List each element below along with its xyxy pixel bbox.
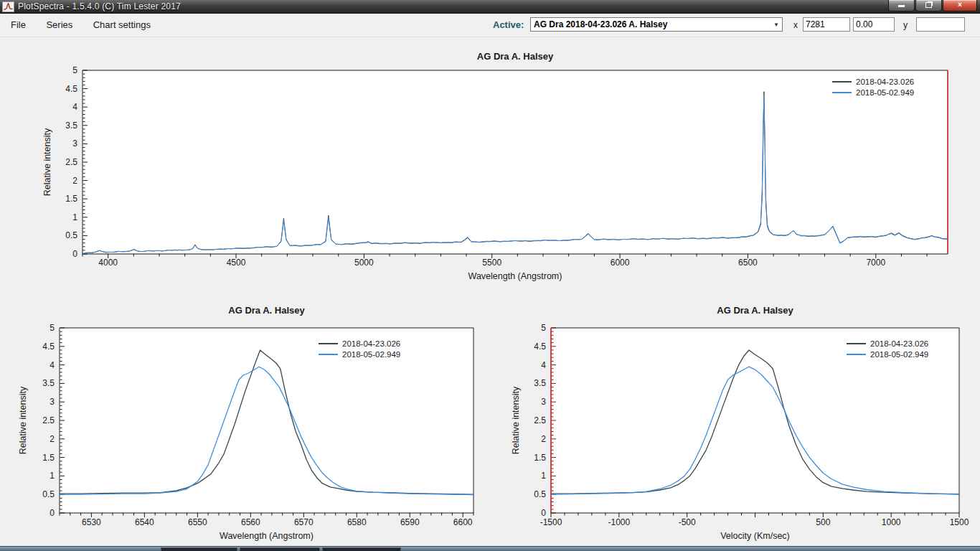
x-tick-label: 6550 xyxy=(188,517,207,527)
y-tick-label: 4 xyxy=(72,102,77,112)
x-tick-label: 6560 xyxy=(241,517,260,527)
y-axis-label: Relative intensity xyxy=(511,386,521,454)
y-tick-label: 3 xyxy=(72,138,77,149)
x-tick-label: 5000 xyxy=(354,258,374,268)
y-tick-label: 0 xyxy=(541,508,546,518)
y-tick-label: 1 xyxy=(541,471,546,481)
plotspectra-window: PlotSpectra - 1.5.4.0 (C) Tim Lester 201… xyxy=(0,0,980,551)
y-axis-label: Relative intensity xyxy=(18,386,28,454)
y-tick-label: 1.5 xyxy=(65,194,77,204)
legend-label: 2018-05-02.949 xyxy=(856,88,914,97)
legend-label: 2018-05-02.949 xyxy=(342,350,400,359)
y-tick-label: 1.5 xyxy=(534,453,546,463)
x-axis-label: Velocity (Km/sec) xyxy=(720,531,790,541)
legend-label: 2018-04-23.026 xyxy=(870,339,928,348)
window-title: PlotSpectra - 1.5.4.0 (C) Tim Lester 201… xyxy=(18,1,181,11)
x-tick-label: 4500 xyxy=(227,258,246,268)
x-tick-label: 6000 xyxy=(611,258,630,268)
x-axis-label: Wavelength (Angstrom) xyxy=(220,531,314,541)
active-label: Active: xyxy=(493,19,524,30)
y-axis-label: Relative intensity xyxy=(42,128,52,196)
y-tick-label: 2.5 xyxy=(534,415,546,425)
menu-bar: File Series Chart settings Active: AG Dr… xyxy=(0,14,980,37)
x-tick-label: 4000 xyxy=(98,258,118,268)
y-value-field[interactable] xyxy=(916,17,965,32)
charts-area: 00.511.522.533.544.554000450050005500600… xyxy=(0,37,980,548)
menu-file[interactable]: File xyxy=(0,14,34,30)
y-coordinate-label: y xyxy=(903,20,908,30)
y-tick-label: 2 xyxy=(50,434,55,444)
chart-title: AG Dra A. Halsey xyxy=(228,305,305,316)
legend-label: 2018-04-23.026 xyxy=(342,339,400,348)
chevron-down-icon: ▼ xyxy=(771,22,782,28)
taskbar-button[interactable] xyxy=(240,547,320,551)
restore-button[interactable] xyxy=(915,0,942,11)
x-tick-label: 1000 xyxy=(882,517,901,527)
y-tick-label: 0.5 xyxy=(65,230,77,240)
y-tick-label: 4.5 xyxy=(65,84,77,94)
menu-series[interactable]: Series xyxy=(37,14,81,30)
y-tick-label: 4 xyxy=(541,360,546,370)
x-tick-label: -1500 xyxy=(540,517,562,527)
active-spectrum-dropdown[interactable]: AG Dra 2018-04-23.026 A. Halsey ▼ xyxy=(530,17,783,32)
y-tick-label: 0 xyxy=(50,508,55,518)
taskbar-strip[interactable] xyxy=(0,546,980,551)
legend-label: 2018-04-23.026 xyxy=(856,77,914,86)
legend-label: 2018-05-02.949 xyxy=(870,350,928,359)
y-tick-label: 4.5 xyxy=(42,342,55,352)
x-tick-label: 6570 xyxy=(294,517,314,527)
y-tick-label: 3 xyxy=(541,397,546,407)
app-icon xyxy=(2,1,14,12)
chart-svg: 00.511.522.533.544.55-1500-1000-50050010… xyxy=(490,299,980,548)
x-tick-label: 7000 xyxy=(866,258,885,268)
y-tick-label: 3.5 xyxy=(65,121,77,131)
y-tick-label: 2 xyxy=(72,176,77,186)
minimize-button[interactable] xyxy=(888,0,915,11)
y-tick-label: 3.5 xyxy=(534,378,546,388)
full-spectrum-chart[interactable]: 00.511.522.533.544.554000450050005500600… xyxy=(0,37,980,299)
title-bar: PlotSpectra - 1.5.4.0 (C) Tim Lester 201… xyxy=(0,0,980,14)
x-tick-label: 500 xyxy=(816,517,830,527)
y-tick-label: 0 xyxy=(72,249,77,259)
y-tick-label: 1 xyxy=(72,212,77,222)
y-tick-label: 5 xyxy=(72,65,77,75)
x-secondary-field[interactable] xyxy=(853,17,895,32)
y-tick-label: 1.5 xyxy=(42,453,55,463)
x-tick-label: 6590 xyxy=(400,517,420,527)
y-tick-label: 2.5 xyxy=(65,157,77,167)
taskbar-button[interactable] xyxy=(322,547,401,551)
x-tick-label: 6540 xyxy=(135,517,154,527)
y-tick-label: 0.5 xyxy=(42,489,55,499)
y-tick-label: 2.5 xyxy=(42,415,55,425)
y-tick-label: 3 xyxy=(50,397,55,407)
x-tick-label: 6500 xyxy=(738,258,758,268)
chart-title: AG Dra A. Halsey xyxy=(717,305,793,316)
x-tick-label: -1000 xyxy=(608,517,630,527)
close-button[interactable]: × xyxy=(943,0,977,11)
x-axis-label: Wavelength (Angstrom) xyxy=(468,271,562,281)
chart-title: AG Dra A. Halsey xyxy=(477,51,554,62)
plot-background xyxy=(83,70,948,254)
x-coordinate-label: x xyxy=(793,20,798,30)
active-spectrum-value: AG Dra 2018-04-23.026 A. Halsey xyxy=(534,19,667,29)
y-tick-label: 5 xyxy=(541,323,546,333)
chart-svg: 00.511.522.533.544.556530654065506560657… xyxy=(0,299,490,548)
x-tick-label: 6600 xyxy=(453,517,473,527)
y-tick-label: 4 xyxy=(50,360,55,370)
y-tick-label: 1 xyxy=(50,471,55,481)
y-tick-label: 4.5 xyxy=(534,342,546,352)
halpha-wavelength-chart[interactable]: 00.511.522.533.544.556530654065506560657… xyxy=(0,299,490,548)
x-tick-label: -500 xyxy=(679,517,696,527)
x-tick-label: 6580 xyxy=(347,517,367,527)
taskbar-button[interactable] xyxy=(161,547,237,551)
chart-svg: 00.511.522.533.544.554000450050005500600… xyxy=(0,37,980,299)
menu-chart-settings[interactable]: Chart settings xyxy=(85,14,159,30)
halpha-velocity-chart[interactable]: 00.511.522.533.544.55-1500-1000-50050010… xyxy=(490,299,980,548)
y-tick-label: 5 xyxy=(50,323,55,333)
x-tick-label: 6530 xyxy=(82,517,101,527)
y-tick-label: 0.5 xyxy=(534,489,546,499)
y-tick-label: 2 xyxy=(541,434,546,444)
x-wavelength-field[interactable] xyxy=(803,17,850,32)
x-tick-label: 5500 xyxy=(482,258,501,268)
x-tick-label: 1500 xyxy=(950,517,969,527)
